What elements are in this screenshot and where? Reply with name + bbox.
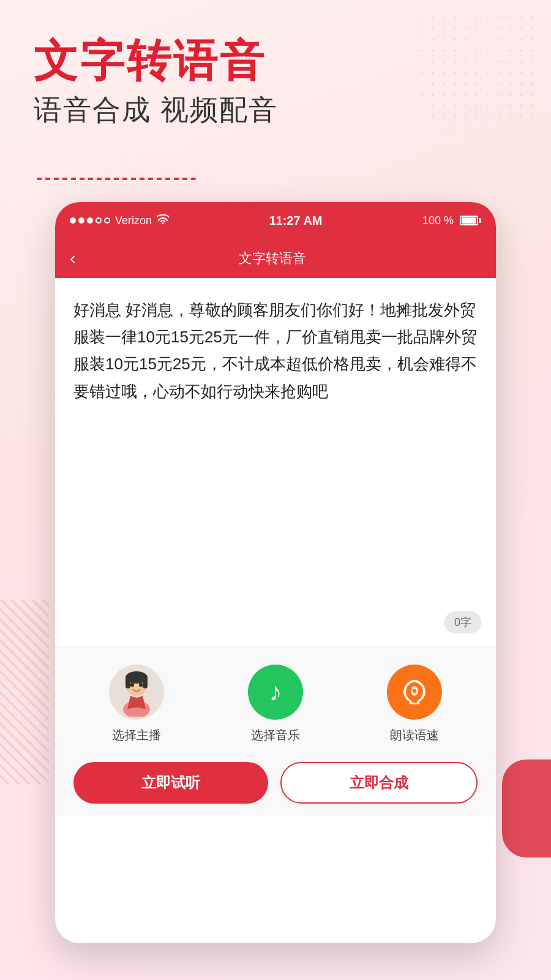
sub-title: 语音合成 视频配音 [34,91,278,129]
music-control[interactable]: ♪ 选择音乐 [248,665,303,744]
battery-percent: 100 % [422,214,454,227]
listen-button[interactable]: 立即试听 [73,762,268,804]
svg-rect-3 [143,676,148,688]
status-time: 11:27 AM [269,214,322,228]
battery-tip [479,218,481,223]
speed-circle [387,665,442,720]
dots-decoration [416,12,539,135]
battery-body [460,216,478,225]
synthesize-button[interactable]: 立即合成 [280,762,478,804]
phone-mockup: Verizon 11:27 AM 100 % ‹ 文字转语音 好消息 好消息，尊… [55,202,496,943]
nav-title: 文字转语音 [88,249,457,268]
avatar-icon [112,668,161,717]
svg-point-5 [130,683,134,687]
svg-point-6 [139,683,143,687]
signal-dot-3 [87,217,93,224]
dotted-line-decoration [37,178,196,180]
signal-dot-1 [70,217,76,224]
speed-control[interactable]: 朗读语速 [387,665,442,744]
text-content-area[interactable]: 好消息 好消息，尊敬的顾客朋友们你们好！地摊批发外贸服装一律10元15元25元一… [55,278,496,646]
svg-point-8 [413,689,416,693]
svg-rect-2 [126,676,130,688]
char-count-badge: 0字 [444,611,481,633]
broadcaster-circle [109,665,164,720]
rocket-icon [400,677,429,707]
carrier-label: Verizon [115,214,152,227]
action-buttons: 立即试听 立即合成 [67,762,484,804]
red-shape-decoration [502,760,551,858]
controls-area: 选择主播 ♪ 选择音乐 [55,646,496,816]
signal-dot-2 [78,217,84,224]
content-text: 好消息 好消息，尊敬的顾客朋友们你们好！地摊批发外贸服装一律10元15元25元一… [73,296,478,405]
broadcaster-control[interactable]: 选择主播 [109,665,164,744]
signal-dot-5 [104,217,110,224]
music-circle: ♪ [248,665,303,720]
nav-bar: ‹ 文字转语音 [55,239,496,278]
signal-dot-4 [96,217,102,224]
header-area: 文字转语音 语音合成 视频配音 [34,37,278,129]
speed-label: 朗读语速 [390,727,439,744]
broadcaster-label: 选择主播 [112,727,161,744]
status-left: Verizon [70,214,169,227]
status-right: 100 % [422,214,481,227]
signal-dots [70,217,110,224]
back-button[interactable]: ‹ [70,249,75,268]
battery-icon [457,216,481,225]
controls-row: 选择主播 ♪ 选择音乐 [67,665,484,744]
battery-fill [462,217,476,224]
music-icon: ♪ [269,677,282,707]
main-title: 文字转语音 [34,37,278,85]
music-label: 选择音乐 [251,727,300,744]
stripes-decoration [0,600,49,784]
status-bar: Verizon 11:27 AM 100 % [55,202,496,239]
wifi-icon [157,214,169,227]
